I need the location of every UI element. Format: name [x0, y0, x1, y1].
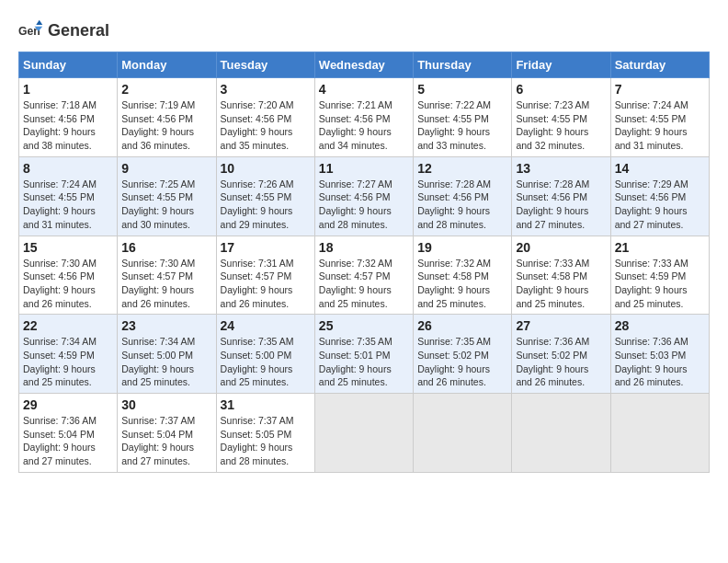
calendar-cell: 5Sunrise: 7:22 AMSunset: 4:55 PMDaylight…: [414, 78, 512, 157]
day-number: 17: [221, 240, 311, 255]
day-number: 4: [319, 82, 409, 97]
day-info: Sunrise: 7:20 AMSunset: 4:56 PMDaylight:…: [221, 98, 311, 153]
sunset-text: Sunset: 4:56 PM: [319, 113, 391, 124]
sunset-text: Sunset: 5:02 PM: [417, 350, 489, 361]
day-info: Sunrise: 7:28 AMSunset: 4:56 PMDaylight:…: [417, 178, 507, 232]
calendar-header-row: SundayMondayTuesdayWednesdayThursdayFrid…: [19, 52, 710, 78]
sunset-text: Sunset: 5:04 PM: [121, 429, 193, 440]
day-number: 20: [516, 240, 606, 255]
day-info: Sunrise: 7:36 AMSunset: 5:04 PMDaylight:…: [23, 414, 113, 468]
sunrise-text: Sunrise: 7:21 AM: [319, 99, 392, 110]
day-header-thursday: Thursday: [414, 52, 512, 78]
calendar-cell: [414, 394, 512, 473]
day-number: 26: [417, 318, 507, 333]
day-number: 31: [221, 397, 311, 412]
calendar-cell: [314, 394, 413, 473]
sunset-text: Sunset: 4:58 PM: [417, 270, 489, 282]
daylight-label: Daylight: 9 hours and 36 minutes.: [121, 126, 194, 151]
day-number: 24: [221, 318, 311, 333]
calendar-cell: 26Sunrise: 7:35 AMSunset: 5:02 PMDayligh…: [414, 315, 512, 394]
day-info: Sunrise: 7:24 AMSunset: 4:55 PMDaylight:…: [615, 98, 705, 153]
sunrise-text: Sunrise: 7:28 AM: [516, 178, 589, 190]
sunrise-text: Sunrise: 7:24 AM: [23, 178, 97, 190]
day-number: 3: [221, 82, 311, 97]
calendar-week-row: 22Sunrise: 7:34 AMSunset: 4:59 PMDayligh…: [19, 315, 710, 394]
day-number: 16: [121, 240, 211, 255]
daylight-label: Daylight: 9 hours and 32 minutes.: [516, 126, 588, 151]
day-number: 15: [23, 240, 113, 255]
calendar-week-row: 29Sunrise: 7:36 AMSunset: 5:04 PMDayligh…: [19, 394, 710, 473]
calendar-cell: 28Sunrise: 7:36 AMSunset: 5:03 PMDayligh…: [610, 315, 709, 394]
calendar-cell: 17Sunrise: 7:31 AMSunset: 4:57 PMDayligh…: [216, 236, 314, 315]
daylight-label: Daylight: 9 hours and 25 minutes.: [417, 284, 490, 309]
calendar-cell: 16Sunrise: 7:30 AMSunset: 4:57 PMDayligh…: [118, 236, 216, 315]
day-info: Sunrise: 7:35 AMSunset: 5:02 PMDaylight:…: [417, 335, 507, 389]
daylight-label: Daylight: 9 hours and 25 minutes.: [121, 363, 194, 388]
sunset-text: Sunset: 4:56 PM: [319, 191, 391, 202]
calendar-cell: 1Sunrise: 7:18 AMSunset: 4:56 PMDaylight…: [19, 78, 118, 157]
sunrise-text: Sunrise: 7:23 AM: [516, 99, 589, 110]
daylight-label: Daylight: 9 hours and 25 minutes.: [319, 284, 392, 309]
calendar-cell: 29Sunrise: 7:36 AMSunset: 5:04 PMDayligh…: [19, 394, 118, 473]
calendar-week-row: 15Sunrise: 7:30 AMSunset: 4:56 PMDayligh…: [19, 236, 710, 315]
sunset-text: Sunset: 4:55 PM: [615, 113, 687, 124]
day-number: 8: [23, 161, 113, 176]
daylight-label: Daylight: 9 hours and 38 minutes.: [23, 126, 96, 151]
sunset-text: Sunset: 5:04 PM: [23, 429, 95, 440]
day-number: 21: [615, 240, 705, 255]
sunset-text: Sunset: 4:56 PM: [23, 113, 95, 124]
calendar-cell: 21Sunrise: 7:33 AMSunset: 4:59 PMDayligh…: [610, 236, 709, 315]
sunset-text: Sunset: 5:01 PM: [319, 350, 391, 361]
sunset-text: Sunset: 4:57 PM: [221, 270, 292, 282]
sunrise-text: Sunrise: 7:32 AM: [417, 258, 491, 269]
day-number: 25: [319, 318, 409, 333]
day-info: Sunrise: 7:29 AMSunset: 4:56 PMDaylight:…: [615, 178, 705, 232]
daylight-label: Daylight: 9 hours and 26 minutes.: [417, 363, 490, 388]
calendar-cell: 7Sunrise: 7:24 AMSunset: 4:55 PMDaylight…: [610, 78, 709, 157]
daylight-label: Daylight: 9 hours and 25 minutes.: [221, 363, 293, 388]
day-header-saturday: Saturday: [610, 52, 709, 78]
day-number: 22: [23, 318, 113, 333]
sunrise-text: Sunrise: 7:22 AM: [417, 99, 491, 110]
day-info: Sunrise: 7:33 AMSunset: 4:59 PMDaylight:…: [615, 257, 705, 311]
sunrise-text: Sunrise: 7:24 AM: [615, 99, 688, 110]
sunrise-text: Sunrise: 7:36 AM: [615, 336, 688, 347]
sunrise-text: Sunrise: 7:36 AM: [516, 336, 589, 347]
day-info: Sunrise: 7:36 AMSunset: 5:02 PMDaylight:…: [516, 335, 606, 389]
calendar-cell: 24Sunrise: 7:35 AMSunset: 5:00 PMDayligh…: [216, 315, 314, 394]
sunrise-text: Sunrise: 7:18 AM: [23, 99, 97, 110]
daylight-label: Daylight: 9 hours and 26 minutes.: [121, 284, 194, 309]
daylight-label: Daylight: 9 hours and 25 minutes.: [615, 284, 688, 309]
daylight-label: Daylight: 9 hours and 26 minutes.: [23, 284, 96, 309]
daylight-label: Daylight: 9 hours and 27 minutes.: [121, 442, 194, 466]
daylight-label: Daylight: 9 hours and 26 minutes.: [615, 363, 688, 388]
sunrise-text: Sunrise: 7:35 AM: [221, 336, 294, 347]
sunset-text: Sunset: 5:00 PM: [121, 350, 193, 361]
calendar-cell: 9Sunrise: 7:25 AMSunset: 4:55 PMDaylight…: [118, 156, 216, 236]
day-info: Sunrise: 7:35 AMSunset: 5:00 PMDaylight:…: [221, 335, 311, 389]
sunrise-text: Sunrise: 7:35 AM: [417, 336, 491, 347]
sunrise-text: Sunrise: 7:20 AM: [221, 99, 294, 110]
sunrise-text: Sunrise: 7:34 AM: [23, 336, 97, 347]
sunset-text: Sunset: 4:56 PM: [221, 113, 292, 124]
calendar-cell: 30Sunrise: 7:37 AMSunset: 5:04 PMDayligh…: [118, 394, 216, 473]
daylight-label: Daylight: 9 hours and 29 minutes.: [221, 205, 293, 230]
day-info: Sunrise: 7:24 AMSunset: 4:55 PMDaylight:…: [23, 178, 113, 232]
day-number: 27: [516, 318, 606, 333]
calendar-week-row: 1Sunrise: 7:18 AMSunset: 4:56 PMDaylight…: [19, 78, 710, 157]
page-header: Gen General: [18, 18, 710, 44]
calendar-cell: 13Sunrise: 7:28 AMSunset: 4:56 PMDayligh…: [512, 156, 610, 236]
daylight-label: Daylight: 9 hours and 31 minutes.: [23, 205, 96, 230]
calendar-cell: 6Sunrise: 7:23 AMSunset: 4:55 PMDaylight…: [512, 78, 610, 157]
day-number: 5: [417, 82, 507, 97]
sunset-text: Sunset: 4:55 PM: [221, 191, 292, 202]
day-number: 11: [319, 161, 409, 176]
sunrise-text: Sunrise: 7:26 AM: [221, 178, 294, 190]
sunrise-text: Sunrise: 7:28 AM: [417, 178, 491, 190]
day-info: Sunrise: 7:28 AMSunset: 4:56 PMDaylight:…: [516, 178, 606, 232]
sunset-text: Sunset: 5:02 PM: [516, 350, 587, 361]
sunset-text: Sunset: 4:57 PM: [121, 270, 193, 282]
sunset-text: Sunset: 4:59 PM: [615, 270, 687, 282]
day-header-friday: Friday: [512, 52, 610, 78]
day-info: Sunrise: 7:27 AMSunset: 4:56 PMDaylight:…: [319, 178, 409, 232]
